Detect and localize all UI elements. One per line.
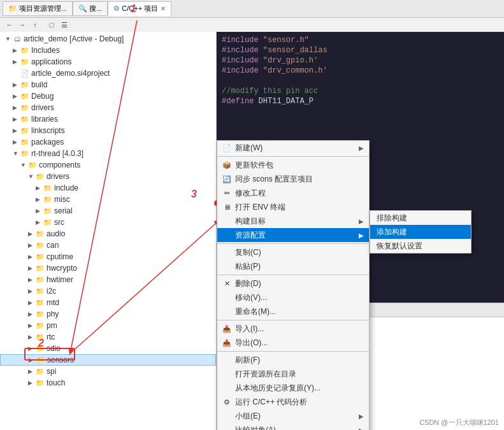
watermark: CSDN @一只大喵咪1201 [419, 418, 499, 427]
tree-item-drivers2[interactable]: ▼ 📁 drivers [0, 171, 216, 182]
menu-delete-label: 删除(D) [235, 278, 261, 289]
code-line-3: #include "drv_gpio.h' [222, 56, 499, 66]
menu-item-run-cpp[interactable]: ⚙ 运行 C/C++ 代码分析 [217, 395, 369, 409]
include-label: include [54, 183, 78, 192]
menu-item-update-software[interactable]: 📦 更新软件包 [217, 158, 369, 172]
menu-item-open-explorer[interactable]: 打开资源所在目录 [217, 367, 369, 381]
tree-item-components[interactable]: ▼ 📁 components [0, 159, 216, 171]
folder-icon: 📁 [8, 4, 17, 13]
toolbar-row: ← → ↑ □ ☰ [0, 18, 504, 32]
tree-item-phy[interactable]: ▶ 📁 phy [0, 308, 216, 320]
tree-item-cputime[interactable]: ▶ 📁 cputime [0, 251, 216, 262]
menu-item-open-env[interactable]: 🖥 打开 ENV 终端 [217, 200, 369, 214]
code-line-7: #define DHT11_DATA_P [222, 97, 499, 107]
tree-item-rtthread[interactable]: ▼ 📁 rt-thread [4.0.3] [0, 148, 216, 159]
tab-search[interactable]: 🔍 搜... [73, 1, 108, 16]
tree-item-hwtimer[interactable]: ▶ 📁 hwtimer [0, 274, 216, 285]
back-button[interactable]: ← [4, 19, 15, 31]
touch-label: touch [47, 378, 65, 387]
drivers2-arrow: ▼ [28, 173, 36, 180]
menu-item-modify-project[interactable]: ✏ 修改工程 [217, 186, 369, 200]
tab-bar: 📁 项目资源管理... 🔍 搜... ⚙ C/C++ 项目 ✕ 1 [0, 0, 504, 18]
rtthread-icon: 📁 [20, 149, 29, 158]
i2c-label: i2c [47, 287, 56, 296]
tab-search-label: 搜... [89, 4, 102, 13]
tree-item-mtd[interactable]: ▶ 📁 mtd [0, 297, 216, 308]
menu-item-new[interactable]: 📄 新建(W) ▶ [217, 141, 369, 155]
tree-item-pm[interactable]: ▶ 📁 pm [0, 320, 216, 331]
tree-item-misc[interactable]: ▶ 📁 misc [0, 194, 216, 205]
run-cpp-icon: ⚙ [221, 396, 233, 408]
menu-sync-label: 同步 scons 配置至项目 [235, 174, 313, 185]
menu-item-sync-scons[interactable]: 🔄 同步 scons 配置至项目 [217, 172, 369, 186]
tree-item-hwcrypto[interactable]: ▶ 📁 hwcrypto [0, 262, 216, 274]
tree-item-applications[interactable]: ▶ 📁 applications [0, 56, 216, 68]
tree-item-linkscripts[interactable]: ▶ 📁 linkscripts [0, 125, 216, 136]
tree-item-sdio[interactable]: ▶ 📁 sdio [0, 343, 216, 354]
tree-item-serial[interactable]: ▶ 📁 serial [0, 205, 216, 217]
menu-button[interactable]: ☰ [59, 19, 70, 31]
menu-item-resource-config[interactable]: 资源配置 ▶ [217, 228, 369, 242]
tab-close-icon[interactable]: ✕ [161, 5, 166, 12]
tree-item-src[interactable]: ▶ 📁 src [0, 217, 216, 228]
tab-project-explorer[interactable]: 📁 项目资源管理... [3, 1, 73, 16]
tree-item-touch[interactable]: ▶ 📁 touch [0, 377, 216, 389]
export-icon: 📤 [221, 337, 233, 348]
tree-item-audio[interactable]: ▶ 📁 audio [0, 228, 216, 240]
menu-item-subgroup[interactable]: 小组(E) ▶ [217, 409, 369, 423]
submenu-add-label: 添加构建 [377, 227, 407, 238]
menu-env-label: 打开 ENV 终端 [235, 202, 285, 213]
tree-item-includes[interactable]: ▶ 📁 Includes [0, 45, 216, 56]
debug-icon: 📁 [20, 92, 29, 101]
collapse-button[interactable]: □ [46, 19, 57, 31]
tree-item-i2c[interactable]: ▶ 📁 i2c [0, 285, 216, 297]
touch-arrow: ▶ [28, 380, 36, 386]
debug-arrow: ▶ [13, 93, 20, 99]
submenu-item-restore[interactable]: 恢复默认设置 [370, 239, 471, 253]
tree-item-can[interactable]: ▶ 📁 can [0, 240, 216, 251]
search-icon: 🔍 [78, 4, 87, 13]
tree-item-drivers[interactable]: ▶ 📁 drivers [0, 102, 216, 113]
menu-refresh-label: 刷新(F) [235, 355, 260, 366]
tree-item-rtc[interactable]: ▶ 📁 rtc [0, 331, 216, 343]
tree-item-si4project[interactable]: 📄 article_demo.si4project [0, 68, 216, 79]
menu-item-export[interactable]: 📤 导出(O)... [217, 336, 369, 350]
submenu-item-exclude[interactable]: 排除构建 [370, 211, 471, 225]
forward-button[interactable]: → [17, 19, 28, 31]
menu-item-build-target[interactable]: 构建目标 ▶ [217, 214, 369, 228]
touch-icon: 📁 [36, 378, 45, 387]
menu-item-import[interactable]: 📥 导入(I)... [217, 322, 369, 336]
serial-icon: 📁 [43, 206, 52, 215]
tree-item-sensors[interactable]: ▶ 📁 sensors [0, 354, 216, 366]
includes-label: Includes [31, 46, 60, 55]
menu-item-compare[interactable]: 比较对象(A) ▶ [217, 423, 369, 430]
menu-item-copy[interactable]: 复制(C) [217, 245, 369, 259]
tree-item-spi[interactable]: ▶ 📁 spi [0, 366, 216, 377]
tab-cpp-projects[interactable]: ⚙ C/C++ 项目 ✕ [108, 1, 171, 16]
drivers-arrow: ▶ [13, 104, 20, 111]
phy-label: phy [47, 310, 59, 319]
menu-item-paste[interactable]: 粘贴(P) [217, 259, 369, 273]
submenu-item-add[interactable]: 添加构建 [370, 225, 471, 239]
tree-view[interactable]: ▼ 🗂 article_demo [Active - Debug] ▶ 📁 In… [0, 32, 216, 415]
up-button[interactable]: ↑ [29, 19, 41, 31]
menu-item-rename[interactable]: 重命名(M)... [217, 305, 369, 319]
tree-item-build[interactable]: ▶ 📁 build [0, 79, 216, 90]
tree-root[interactable]: ▼ 🗂 article_demo [Active - Debug] [0, 33, 216, 45]
can-arrow: ▶ [28, 242, 36, 248]
menu-item-restore-local[interactable]: 从本地历史记录复原(Y)... [217, 381, 369, 395]
tree-item-packages[interactable]: ▶ 📁 packages [0, 136, 216, 148]
menu-item-delete[interactable]: ✕ 删除(D) [217, 276, 369, 290]
cputime-label: cputime [47, 252, 73, 261]
menu-item-move[interactable]: 移动(V)... [217, 290, 369, 305]
tree-item-libraries[interactable]: ▶ 📁 libraries [0, 113, 216, 125]
serial-arrow: ▶ [36, 208, 43, 214]
includes-arrow: ▶ [13, 47, 20, 54]
mtd-arrow: ▶ [28, 299, 36, 306]
components-arrow: ▼ [20, 162, 28, 168]
rtc-arrow: ▶ [28, 334, 36, 340]
tree-item-debug[interactable]: ▶ 📁 Debug [0, 90, 216, 102]
tab-project-label: 项目资源管理... [19, 4, 67, 13]
menu-item-refresh[interactable]: 刷新(F) [217, 353, 369, 367]
tree-item-include[interactable]: ▶ 📁 include [0, 182, 216, 194]
